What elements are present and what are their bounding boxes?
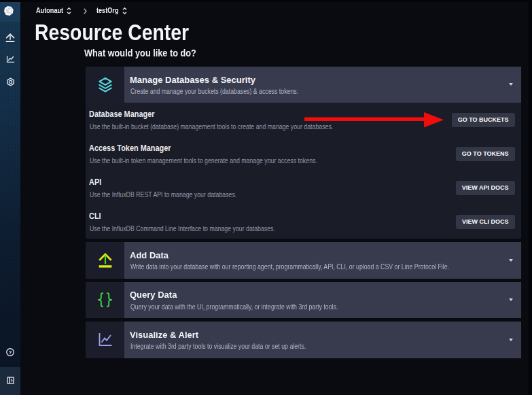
svg-text:?: ?	[9, 349, 12, 356]
